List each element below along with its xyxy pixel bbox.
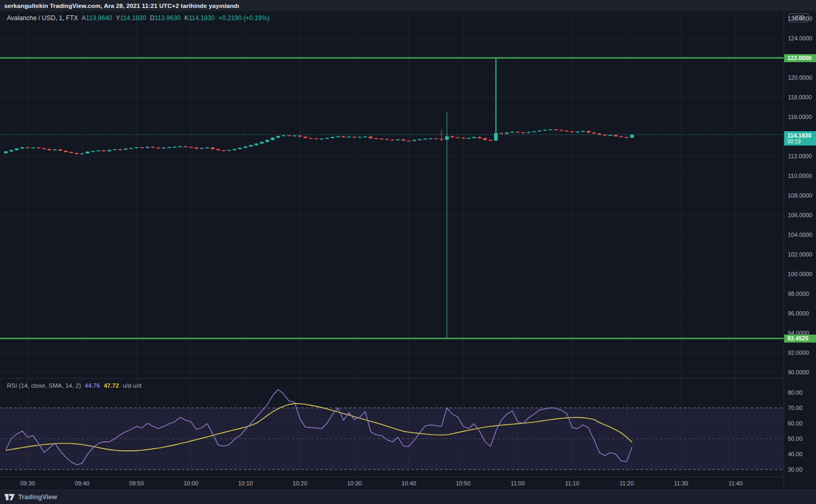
time-tick-label: 10:00	[181, 480, 202, 486]
candle-body	[445, 136, 449, 140]
time-tick-label: 10:10	[235, 480, 256, 486]
price-tick-label: 110.0000	[788, 173, 812, 179]
rsi-indicator-pane[interactable]	[0, 378, 784, 476]
last-price-value: 114.1830	[787, 132, 816, 139]
candle-body	[434, 139, 438, 140]
candle-body	[194, 148, 198, 149]
candle-body	[75, 153, 79, 154]
time-tick-label: 09:50	[126, 480, 147, 486]
candle-body	[619, 136, 623, 138]
candle-body	[260, 142, 264, 143]
candle-body	[15, 149, 19, 150]
time-axis[interactable]: 09:3009:4009:5010:0010:1010:2010:3010:40…	[0, 476, 784, 490]
rsi-value: 44.76	[84, 382, 100, 389]
candle-body	[298, 135, 302, 136]
price-tick-label: 104.0000	[788, 232, 812, 238]
time-tick-label: 10:40	[398, 480, 420, 486]
candle-body	[249, 145, 253, 147]
candlestick-chart[interactable]	[0, 12, 784, 378]
candle-body	[396, 140, 400, 141]
price-tick-label: 90.0000	[788, 369, 809, 375]
candle-body	[586, 131, 590, 133]
candle-body	[314, 139, 318, 140]
candle-body	[538, 131, 541, 132]
bar-countdown: 00:19	[787, 139, 816, 144]
main-chart-pane[interactable]	[0, 12, 784, 378]
candle-body	[64, 151, 67, 152]
candle-body	[494, 133, 498, 141]
candle-body	[113, 149, 117, 150]
price-tick-label: 96.0000	[788, 310, 809, 317]
rsi-tick-label: 30.00	[788, 466, 803, 473]
candle-body	[472, 137, 476, 138]
price-tick-label: 102.0000	[788, 251, 812, 258]
candle-body	[429, 139, 432, 140]
candle-body	[309, 138, 313, 139]
candle-body	[456, 137, 460, 138]
candle-body	[527, 132, 531, 133]
tradingview-logo[interactable]	[5, 493, 15, 501]
candle-body	[375, 138, 378, 139]
candle-body	[516, 132, 520, 133]
time-tick-label: 09:30	[17, 480, 38, 486]
price-tick-label: 124.0000	[788, 35, 812, 41]
rsi-tick-label: 50.00	[788, 435, 803, 442]
candle-body	[325, 138, 329, 139]
candle-body	[216, 149, 220, 150]
candle-body	[238, 148, 242, 149]
candle-body	[511, 132, 514, 133]
rsi-title[interactable]: RSI (14, close, SMA, 14, 2)	[7, 382, 81, 389]
time-tick-label: 11:10	[562, 480, 583, 486]
candle-body	[97, 150, 100, 151]
candle-body	[206, 148, 209, 149]
candle-body	[189, 147, 193, 148]
candle-body	[135, 147, 139, 148]
price-tick-label: 118.0000	[788, 94, 812, 100]
high-value: 114.1830	[120, 14, 146, 22]
candle-body	[86, 152, 89, 153]
candle-body	[576, 132, 580, 133]
candle-body	[554, 130, 558, 131]
candle-body	[418, 139, 422, 140]
candle-body	[146, 147, 149, 148]
footer-bar: TradingView	[0, 490, 816, 504]
low-label: D	[150, 14, 155, 22]
candle-body	[462, 138, 465, 139]
price-axis[interactable]: USD 122.0000 93.4525 114.1830 00:19 126.…	[784, 12, 816, 490]
time-tick-label: 09:40	[72, 480, 93, 486]
candle-body	[254, 143, 258, 145]
candle-body	[157, 148, 160, 149]
candle-body	[118, 149, 122, 150]
candle-body	[347, 136, 351, 138]
price-level-badge-upper: 122.0000	[784, 54, 816, 62]
candle-body	[4, 151, 8, 153]
candle-body	[129, 148, 133, 149]
candle-body	[124, 149, 128, 150]
price-tick-label: 116.0000	[788, 114, 812, 120]
symbol-title[interactable]: Avalanche / USD, 1, FTX	[7, 14, 78, 22]
candle-body	[178, 147, 182, 148]
rsi-sma-value: 47.72	[104, 382, 119, 389]
price-tick-label: 98.0000	[788, 291, 809, 297]
candle-body	[625, 137, 628, 138]
candle-body	[385, 139, 389, 140]
candle-body	[571, 131, 574, 132]
candle-body	[450, 136, 454, 138]
candle-body	[353, 136, 356, 138]
rsi-chart[interactable]	[0, 379, 784, 476]
price-tick-label: 94.0000	[788, 330, 809, 336]
candle-body	[266, 140, 269, 142]
candle-body	[107, 150, 111, 151]
candle-body	[282, 135, 285, 136]
candle-body	[336, 136, 340, 138]
rsi-tick-label: 80.00	[788, 389, 803, 396]
open-value: 113.9640	[86, 14, 112, 22]
candle-body	[630, 135, 634, 138]
candle-body	[211, 148, 215, 149]
candle-body	[48, 149, 52, 150]
candle-body	[200, 148, 204, 149]
candle-body	[423, 139, 427, 140]
candle-body	[31, 148, 35, 149]
candle-body	[42, 148, 46, 149]
candle-body	[80, 153, 84, 155]
